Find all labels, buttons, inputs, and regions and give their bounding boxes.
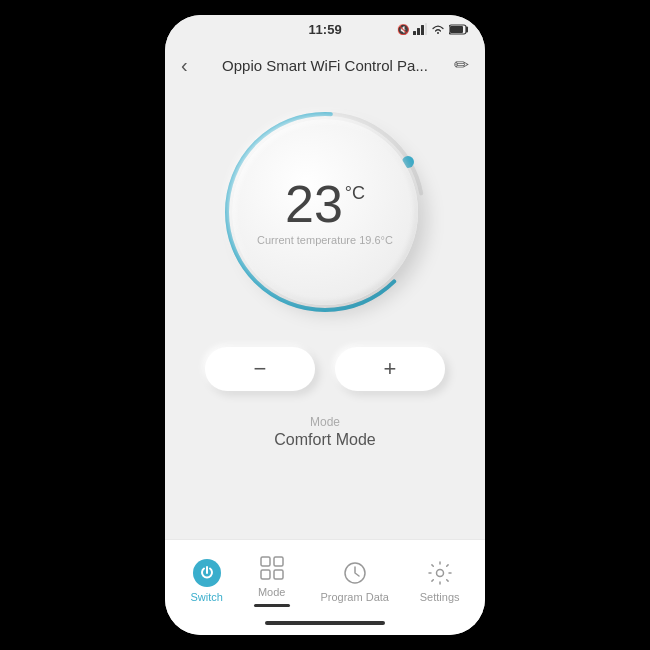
svg-rect-10 <box>274 557 283 566</box>
mode-nav-label: Mode <box>258 586 286 598</box>
svg-rect-5 <box>450 26 463 33</box>
settings-icon <box>426 559 454 587</box>
temperature-value: 23 °C <box>285 178 365 230</box>
svg-rect-12 <box>274 570 283 579</box>
svg-rect-9 <box>261 557 270 566</box>
gear-icon <box>427 560 453 586</box>
svg-rect-1 <box>417 28 420 35</box>
settings-label: Settings <box>420 591 460 603</box>
status-icons: 🔇 <box>397 23 469 35</box>
clock-icon <box>342 560 368 586</box>
dial-inner: 23 °C Current temperature 19.6°C <box>232 119 418 305</box>
temp-number: 23 <box>285 178 343 230</box>
current-temperature: Current temperature 19.6°C <box>257 234 393 246</box>
svg-rect-11 <box>261 570 270 579</box>
temp-unit: °C <box>345 184 365 202</box>
edit-button[interactable]: ✏ <box>441 54 469 76</box>
home-indicator <box>265 621 385 625</box>
thermostat-dial[interactable]: 23 °C Current temperature 19.6°C <box>220 107 430 317</box>
program-data-icon <box>341 559 369 587</box>
mode-nav-icon <box>258 554 286 582</box>
status-bar: 11:59 🔇 <box>165 15 485 43</box>
battery-icon <box>449 24 469 35</box>
signal-icon <box>413 23 427 35</box>
wifi-icon <box>431 24 445 35</box>
mode-label: Mode <box>274 415 375 429</box>
mode-section: Mode Comfort Mode <box>274 415 375 449</box>
phone-container: 11:59 🔇 ‹ Oppio Smart WiFi Contro <box>165 15 485 635</box>
main-content: 23 °C Current temperature 19.6°C − + Mod… <box>165 87 485 539</box>
nav-item-settings[interactable]: Settings <box>408 553 472 609</box>
top-nav: ‹ Oppio Smart WiFi Control Pa... ✏ <box>165 43 485 87</box>
mode-value: Comfort Mode <box>274 431 375 449</box>
status-time: 11:59 <box>308 22 341 37</box>
decrease-button[interactable]: − <box>205 347 315 391</box>
temperature-controls: − + <box>205 347 445 391</box>
mode-active-indicator <box>254 604 290 607</box>
svg-point-14 <box>436 569 443 576</box>
mute-icon: 🔇 <box>397 24 409 35</box>
nav-item-mode[interactable]: Mode <box>242 548 302 613</box>
svg-rect-2 <box>421 25 424 35</box>
program-data-label: Program Data <box>320 591 388 603</box>
svg-rect-0 <box>413 31 416 35</box>
switch-label: Switch <box>190 591 222 603</box>
grid-icon <box>259 555 285 581</box>
power-icon <box>199 565 215 581</box>
switch-icon <box>193 559 221 587</box>
back-button[interactable]: ‹ <box>181 54 209 77</box>
increase-button[interactable]: + <box>335 347 445 391</box>
svg-rect-3 <box>425 23 427 35</box>
page-title: Oppio Smart WiFi Control Pa... <box>209 57 441 74</box>
nav-item-switch[interactable]: Switch <box>178 553 234 609</box>
bottom-nav: Switch Mode Program <box>165 539 485 621</box>
nav-item-program-data[interactable]: Program Data <box>308 553 400 609</box>
